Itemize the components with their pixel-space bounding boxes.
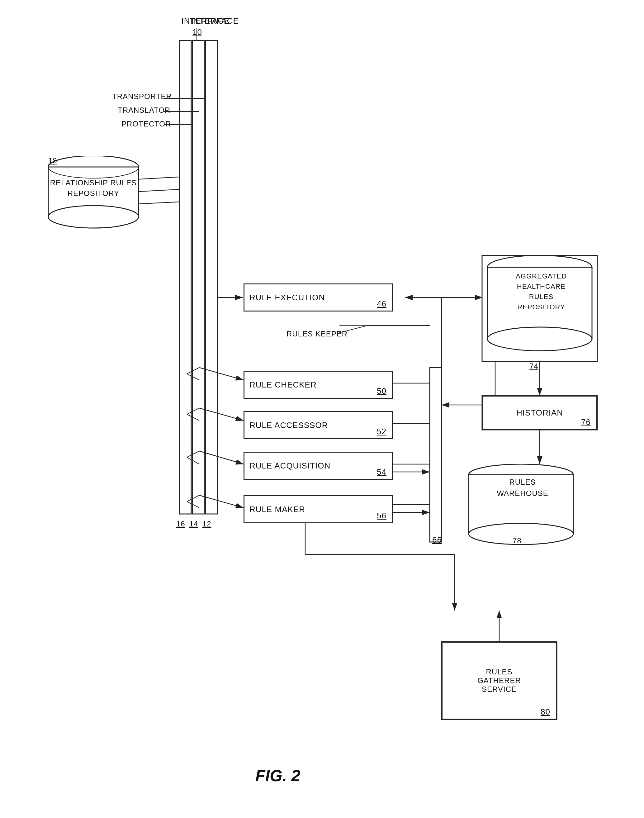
svg-line-27 <box>187 457 199 464</box>
rules-warehouse-label: RULESWAREHOUSE <box>466 477 579 499</box>
repository-label: RELATIONSHIP RULESREPOSITORY <box>48 178 139 198</box>
rules-gatherer-label: RULESGATHERERSERVICE <box>477 668 521 694</box>
svg-line-31 <box>187 495 199 502</box>
rule-maker-box: RULE MAKER 56 <box>244 495 393 523</box>
rule-maker-label: RULE MAKER <box>250 505 305 514</box>
rule-checker-box: RULE CHECKER 50 <box>244 371 393 399</box>
bar-12-number: 12 <box>202 520 212 528</box>
rule-execution-number: 46 <box>377 299 386 309</box>
svg-line-30 <box>187 502 199 508</box>
svg-point-66 <box>488 327 592 351</box>
svg-line-11 <box>106 200 131 206</box>
svg-point-58 <box>48 156 139 178</box>
svg-line-21 <box>187 374 199 380</box>
rules-warehouse-number: 78 <box>512 536 521 545</box>
svg-line-25 <box>187 408 199 414</box>
svg-rect-5 <box>179 40 191 514</box>
interface-number: 10 <box>192 28 202 37</box>
svg-line-15 <box>106 206 128 212</box>
rule-accessor-box: RULE ACCESSSOR 52 <box>244 411 393 439</box>
connector-66-label: 66 <box>432 535 442 545</box>
rule-acquisition-box: RULE ACQUISITION 54 <box>244 452 393 480</box>
historian-box: HISTORIAN 76 <box>482 396 597 430</box>
svg-rect-4 <box>192 40 204 514</box>
interface-label-text: INTERFACE <box>190 16 216 26</box>
rule-acquisition-number: 54 <box>377 467 386 477</box>
svg-point-60 <box>48 206 139 228</box>
svg-line-29 <box>199 451 244 464</box>
rule-accessor-label: RULE ACCESSSOR <box>250 421 328 430</box>
repository-number: 18 <box>48 157 57 165</box>
svg-line-16 <box>106 202 179 206</box>
svg-line-26 <box>199 408 244 421</box>
bar-14-number: 14 <box>189 520 198 528</box>
svg-line-24 <box>187 414 199 421</box>
rule-accessor-number: 52 <box>377 427 386 436</box>
rules-gatherer-box: RULESGATHERERSERVICE 80 <box>442 642 557 720</box>
rule-acquisition-label: RULE ACQUISITION <box>250 461 330 471</box>
rules-keeper-label: RULES KEEPER <box>287 330 348 338</box>
translator-label: TRANSLATOR <box>118 106 170 115</box>
figure-caption: FIG. 2 <box>255 766 300 785</box>
protector-label: PROTECTOR <box>121 120 171 128</box>
svg-rect-20 <box>430 368 442 542</box>
svg-line-32 <box>199 495 244 508</box>
bar-16-number: 16 <box>176 520 185 528</box>
aggregated-number: 74 <box>529 362 538 371</box>
aggregated-label: AGGREGATEDHEALTHCARERULESREPOSITORY <box>485 271 597 312</box>
svg-line-28 <box>187 451 199 457</box>
historian-label: HISTORIAN <box>516 408 563 418</box>
diagram-container: INTERFACE INTERFACE 10 TRANSPORTER TRANS… <box>0 0 644 818</box>
svg-line-14 <box>106 212 128 218</box>
svg-point-61 <box>48 156 139 178</box>
rule-execution-label: RULE EXECUTION <box>250 293 325 302</box>
transporter-label: TRANSPORTER <box>112 92 172 101</box>
svg-rect-3 <box>205 40 217 514</box>
rules-gatherer-number: 80 <box>541 707 550 717</box>
historian-number: 76 <box>581 417 591 427</box>
svg-line-22 <box>187 368 199 374</box>
svg-line-23 <box>199 368 244 380</box>
rule-checker-label: RULE CHECKER <box>250 380 317 390</box>
rule-execution-box: RULE EXECUTION 46 <box>244 284 393 312</box>
rule-checker-number: 50 <box>377 386 386 396</box>
rule-maker-number: 56 <box>377 511 386 520</box>
